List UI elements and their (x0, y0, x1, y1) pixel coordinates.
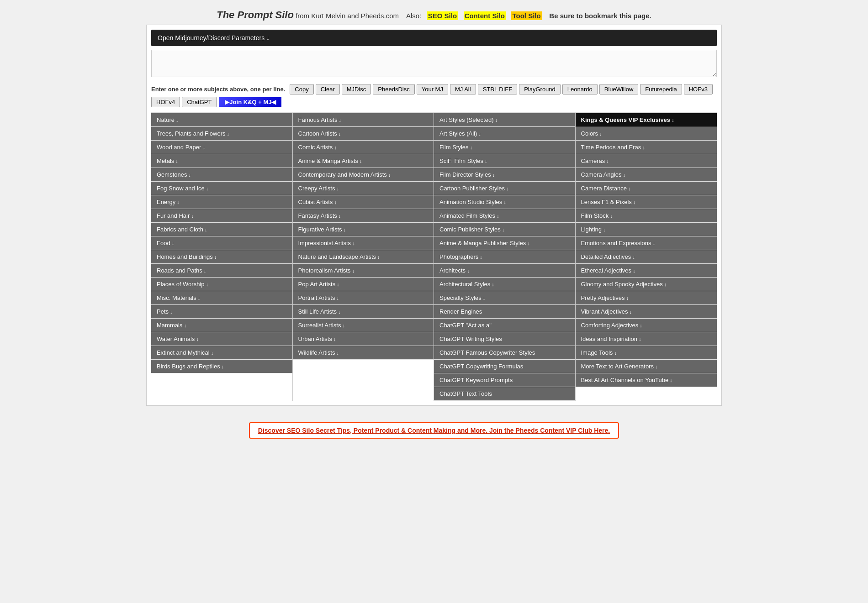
homes-item[interactable]: Homes and Buildings (151, 250, 292, 264)
metals-item[interactable]: Metals (151, 154, 292, 168)
emotions-expressions-item[interactable]: Emotions and Expressions (576, 236, 717, 250)
fantasy-artists-item[interactable]: Fantasy Artists (293, 209, 434, 223)
seo-silo-link[interactable]: SEO Silo (427, 11, 458, 20)
chatgpt-copywriting-formulas-item[interactable]: ChatGPT Copywriting Formulas (434, 360, 575, 373)
film-stock-item[interactable]: Film Stock (576, 209, 717, 223)
wood-item[interactable]: Wood and Paper (151, 141, 292, 154)
pheedsdisc-button[interactable]: PheedsDisc (373, 84, 414, 94)
trees-item[interactable]: Trees, Plants and Flowers (151, 127, 292, 141)
hofv4-button[interactable]: HOFv4 (151, 97, 180, 107)
misc-item[interactable]: Misc. Materials (151, 291, 292, 305)
film-styles-item[interactable]: Film Styles (434, 141, 575, 154)
comforting-adjectives-item[interactable]: Comforting Adjectives (576, 319, 717, 332)
pets-item[interactable]: Pets (151, 305, 292, 319)
anime-manga-artists-item[interactable]: Anime & Manga Artists (293, 154, 434, 168)
extinct-item[interactable]: Extinct and Mythical (151, 346, 292, 360)
specialty-styles-item[interactable]: Specialty Styles (434, 291, 575, 305)
camera-angles-item[interactable]: Camera Angles (576, 168, 717, 182)
creepy-artists-item[interactable]: Creepy Artists (293, 182, 434, 195)
chatgpt-act-as-item[interactable]: ChatGPT "Act as a" (434, 319, 575, 332)
gloomy-adjectives-item[interactable]: Gloomy and Spooky Adjectives (576, 278, 717, 291)
birds-item[interactable]: Birds Bugs and Reptiles (151, 360, 292, 373)
camera-distance-item[interactable]: Camera Distance (576, 182, 717, 195)
urban-artists-item[interactable]: Urban Artists (293, 332, 434, 346)
cartoon-artists-item[interactable]: Cartoon Artists (293, 127, 434, 141)
water-animals-item[interactable]: Water Animals (151, 332, 292, 346)
animation-studio-styles-item[interactable]: Animation Studio Styles (434, 195, 575, 209)
food-item[interactable]: Food (151, 236, 292, 250)
nature-landscape-artists-item[interactable]: Nature and Landscape Artists (293, 250, 434, 264)
chatgpt-writing-styles-item[interactable]: ChatGPT Writing Styles (434, 332, 575, 346)
content-silo-link[interactable]: Content Silo (464, 11, 506, 20)
art-styles-selected-item[interactable]: Art Styles (Selected) (434, 113, 575, 127)
chatgpt-button[interactable]: ChatGPT (182, 97, 217, 107)
image-tools-item[interactable]: Image Tools (576, 346, 717, 360)
contemporary-artists-item[interactable]: Contemporary and Modern Artists (293, 168, 434, 182)
cartoon-publisher-styles-item[interactable]: Cartoon Publisher Styles (434, 182, 575, 195)
hofv3-button[interactable]: HOFv3 (684, 84, 713, 94)
params-bar[interactable]: Open Midjourney/Discord Parameters ↓ (151, 30, 717, 46)
kings-queens-vip-item[interactable]: Kings & Queens VIP Exclusives (576, 113, 717, 127)
anime-manga-publisher-styles-item[interactable]: Anime & Manga Publisher Styles (434, 236, 575, 250)
ethereal-adjectives-item[interactable]: Ethereal Adjectives (576, 264, 717, 278)
mj-all-button[interactable]: MJ All (450, 84, 476, 94)
best-ai-art-channels-item[interactable]: Best AI Art Channels on YouTube (576, 373, 717, 387)
subjects-textarea[interactable] (151, 50, 717, 77)
clear-button[interactable]: Clear (316, 84, 340, 94)
mammals-item[interactable]: Mammals (151, 319, 292, 332)
ideas-inspiration-item[interactable]: Ideas and Inspiriation (576, 332, 717, 346)
wildlife-artists-item[interactable]: Wildlife Artists (293, 346, 434, 360)
nature-item[interactable]: Nature (151, 113, 292, 127)
places-item[interactable]: Places of Worship (151, 278, 292, 291)
stbl-diff-button[interactable]: STBL DIFF (478, 84, 518, 94)
playground-button[interactable]: PlayGround (519, 84, 561, 94)
surrealist-artists-item[interactable]: Surrealist Artists (293, 319, 434, 332)
tool-silo-link[interactable]: Tool Silo (511, 11, 541, 20)
copy-button[interactable]: Copy (290, 84, 313, 94)
fur-item[interactable]: Fur and Hair (151, 209, 292, 223)
chatgpt-keyword-prompts-item[interactable]: ChatGPT Keyword Prompts (434, 373, 575, 387)
comic-publisher-styles-item[interactable]: Comic Publisher Styles (434, 223, 575, 236)
leonardo-button[interactable]: Leonardo (562, 84, 598, 94)
art-styles-all-item[interactable]: Art Styles (All) (434, 127, 575, 141)
photographers-item[interactable]: Photographers (434, 250, 575, 264)
join-button[interactable]: ▶Join K&Q + MJ◀ (218, 96, 282, 108)
mjdisc-button[interactable]: MJDisc (342, 84, 371, 94)
futurepedia-button[interactable]: Futurepedia (640, 84, 682, 94)
footer-vip-link[interactable]: Discover SEO Silo Secret Tips, Potent Pr… (249, 422, 619, 439)
impressionist-artists-item[interactable]: Impressionist Artists (293, 236, 434, 250)
figurative-artists-item[interactable]: Figurative Artists (293, 223, 434, 236)
comic-artists-item[interactable]: Comic Artists (293, 141, 434, 154)
still-life-artists-item[interactable]: Still Life Artists (293, 305, 434, 319)
vibrant-adjectives-item[interactable]: Vibrant Adjectives (576, 305, 717, 319)
gemstones-item[interactable]: Gemstones (151, 168, 292, 182)
fabrics-item[interactable]: Fabrics and Cloth (151, 223, 292, 236)
architects-item[interactable]: Architects (434, 264, 575, 278)
pretty-adjectives-item[interactable]: Pretty Adjectives (576, 291, 717, 305)
animated-film-styles-item[interactable]: Animated Film Styles (434, 209, 575, 223)
detailed-adjectives-item[interactable]: Detailed Adjectives (576, 250, 717, 264)
time-periods-item[interactable]: Time Periods and Eras (576, 141, 717, 154)
roads-item[interactable]: Roads and Paths (151, 264, 292, 278)
film-director-styles-item[interactable]: Film Director Styles (434, 168, 575, 182)
chatgpt-copywriter-styles-item[interactable]: ChatGPT Famous Copywriter Styles (434, 346, 575, 360)
famous-artists-item[interactable]: Famous Artists (293, 113, 434, 127)
lenses-item[interactable]: Lenses F1 & Pixels (576, 195, 717, 209)
energy-item[interactable]: Energy (151, 195, 292, 209)
footer-banner: Discover SEO Silo Secret Tips, Potent Pr… (146, 415, 722, 452)
chatgpt-text-tools-item[interactable]: ChatGPT Text Tools (434, 387, 575, 401)
cameras-item[interactable]: Cameras (576, 154, 717, 168)
photorealism-artists-item[interactable]: Photorealism Artists (293, 264, 434, 278)
colors-item[interactable]: Colors (576, 127, 717, 141)
fog-item[interactable]: Fog Snow and Ice (151, 182, 292, 195)
bluewillow-button[interactable]: BlueWillow (599, 84, 639, 94)
lighting-item[interactable]: Lighting (576, 223, 717, 236)
your-mj-button[interactable]: Your MJ (417, 84, 448, 94)
cubist-artists-item[interactable]: Cubist Artists (293, 195, 434, 209)
architectural-styles-item[interactable]: Architectural Styles (434, 278, 575, 291)
scifi-film-styles-item[interactable]: SciFi Film Styles (434, 154, 575, 168)
more-text-art-item[interactable]: More Text to Art Generators (576, 360, 717, 373)
render-engines-item[interactable]: Render Engines (434, 305, 575, 319)
pop-art-artists-item[interactable]: Pop Art Artists (293, 278, 434, 291)
portrait-artists-item[interactable]: Portrait Artists (293, 291, 434, 305)
